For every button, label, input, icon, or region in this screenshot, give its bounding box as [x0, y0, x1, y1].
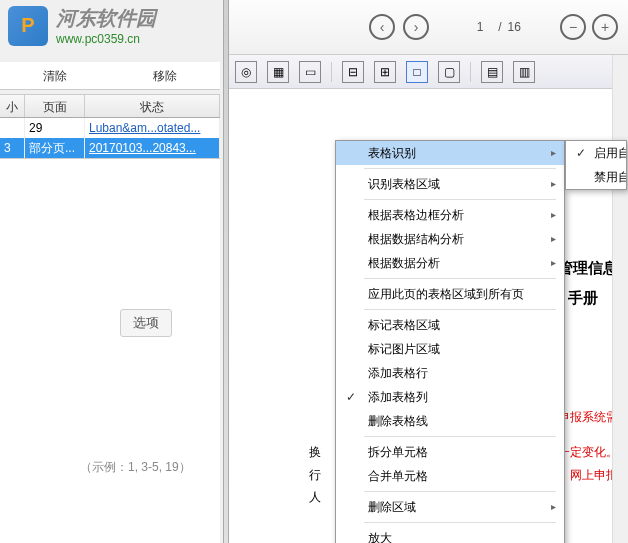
th-status[interactable]: 状态	[85, 95, 220, 117]
table-header: 小 页面 状态	[0, 94, 220, 118]
th-size[interactable]: 小	[0, 95, 25, 117]
menu-analyze-data[interactable]: 根据数据分析	[336, 251, 564, 275]
zoom-out-button[interactable]: −	[560, 14, 586, 40]
separator	[331, 62, 332, 82]
scrollbar-vertical[interactable]	[612, 55, 628, 543]
zoom-in-button[interactable]: +	[592, 14, 618, 40]
context-menu: 表格识别 识别表格区域 根据表格边框分析 根据数据结构分析 根据数据分析 应用此…	[335, 140, 565, 543]
doc-text-red: 一定变化。	[558, 444, 618, 461]
nav-bar: ‹ › 1 / 16 − +	[229, 0, 628, 55]
tool-icon-6[interactable]: □	[406, 61, 428, 83]
menu-table-recognition[interactable]: 表格识别	[336, 141, 564, 165]
tool-icon-8[interactable]: ▤	[481, 61, 503, 83]
separator	[470, 62, 471, 82]
options-button[interactable]: 选项	[120, 309, 172, 337]
menu-analyze-structure[interactable]: 根据数据结构分析	[336, 227, 564, 251]
example-text: （示例：1, 3-5, 19）	[80, 459, 191, 476]
menu-mark-image[interactable]: 标记图片区域	[336, 337, 564, 361]
watermark-icon	[8, 6, 48, 46]
menu-analyze-border[interactable]: 根据表格边框分析	[336, 203, 564, 227]
separator	[364, 436, 556, 437]
separator	[364, 309, 556, 310]
menu-delete-line[interactable]: 删除表格线	[336, 409, 564, 433]
menu-add-row[interactable]: 添加表格行	[336, 361, 564, 385]
left-panel: 选项 （示例：1, 3-5, 19）	[0, 158, 220, 543]
separator	[364, 522, 556, 523]
doc-text: 行	[309, 467, 321, 484]
tool-icon-5[interactable]: ⊞	[374, 61, 396, 83]
toolbar-left: 清除 移除	[0, 62, 220, 90]
prev-page-button[interactable]: ‹	[369, 14, 395, 40]
tool-icon-4[interactable]: ⊟	[342, 61, 364, 83]
menu-split-cell[interactable]: 拆分单元格	[336, 440, 564, 464]
icon-toolbar: ◎ ▦ ▭ ⊟ ⊞ □ ▢ ▤ ▥	[229, 55, 628, 89]
remove-button[interactable]: 移除	[110, 62, 220, 89]
separator	[364, 491, 556, 492]
menu-delete-area[interactable]: 删除区域	[336, 495, 564, 519]
menu-mark-table[interactable]: 标记表格区域	[336, 313, 564, 337]
doc-text: 手册	[568, 289, 598, 308]
watermark: 河东软件园 www.pc0359.cn	[8, 5, 156, 46]
separator	[364, 199, 556, 200]
doc-text: 人	[309, 489, 321, 506]
menu-merge-cell[interactable]: 合并单元格	[336, 464, 564, 488]
watermark-url: www.pc0359.cn	[56, 32, 156, 46]
tool-icon-7[interactable]: ▢	[438, 61, 460, 83]
menu-recognize-table-area[interactable]: 识别表格区域	[336, 172, 564, 196]
doc-text: 换	[309, 444, 321, 461]
watermark-title: 河东软件园	[56, 5, 156, 32]
submenu-enable[interactable]: 启用自	[566, 141, 626, 165]
tool-icon-grid[interactable]: ▦	[267, 61, 289, 83]
page-total: 16	[507, 20, 520, 34]
menu-apply-all-pages[interactable]: 应用此页的表格区域到所有页	[336, 282, 564, 306]
separator	[364, 168, 556, 169]
clear-button[interactable]: 清除	[0, 62, 110, 89]
table-row[interactable]: 3 部分页... 20170103...20843...	[0, 138, 220, 158]
th-page[interactable]: 页面	[25, 95, 85, 117]
next-page-button[interactable]: ›	[403, 14, 429, 40]
doc-text-red: 网上申报	[570, 467, 618, 484]
page-current[interactable]: 1	[468, 20, 492, 34]
doc-text-red: 申报系统需	[558, 409, 618, 426]
tool-icon-9[interactable]: ▥	[513, 61, 535, 83]
submenu-disable[interactable]: 禁用自	[566, 165, 626, 189]
submenu: 启用自 禁用自	[565, 140, 627, 190]
menu-zoom-in[interactable]: 放大	[336, 526, 564, 543]
tool-icon-1[interactable]: ◎	[235, 61, 257, 83]
table-row[interactable]: 29 Luban&am...otated...	[0, 118, 220, 138]
doc-text: 管理信息	[558, 259, 618, 278]
page-info: 1 / 16	[468, 20, 521, 34]
menu-add-column[interactable]: 添加表格列	[336, 385, 564, 409]
separator	[364, 278, 556, 279]
tool-icon-image[interactable]: ▭	[299, 61, 321, 83]
